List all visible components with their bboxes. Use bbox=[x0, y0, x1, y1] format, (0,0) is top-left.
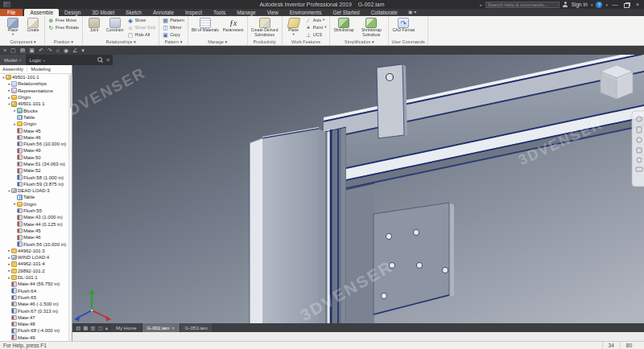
doc-tab-my-home[interactable]: My Home bbox=[111, 323, 142, 332]
ribbon-tab-manage[interactable]: Manage bbox=[231, 9, 262, 16]
tree-item[interactable]: Mate:51 (34.063 in) bbox=[0, 161, 68, 167]
viewport-3d[interactable]: 3DVENSER 3DVENSER 3DVENSER bbox=[72, 55, 644, 332]
ribbon-display-options[interactable]: ▣ ▾ bbox=[408, 9, 416, 16]
tree-item[interactable]: Mate:50 bbox=[0, 154, 68, 161]
ribbon-tab-annotate[interactable]: Annotate bbox=[147, 9, 180, 16]
save-icon[interactable]: ▣ bbox=[29, 47, 35, 53]
tree-item[interactable]: Mate:46 bbox=[0, 234, 68, 240]
tree-item[interactable]: Mate:44 (0.125 in) bbox=[0, 221, 68, 228]
parameters-button[interactable]: Parameters bbox=[222, 17, 245, 39]
split-window-icon[interactable]: ◫ bbox=[97, 325, 102, 331]
tree-item[interactable]: ▸Origin bbox=[0, 94, 68, 101]
tree-item[interactable]: Mate:44 (56.750 in) bbox=[0, 281, 68, 287]
close-button[interactable]: × bbox=[634, 1, 642, 9]
search-icon[interactable] bbox=[97, 57, 103, 63]
app-menu-icon[interactable]: ≡ bbox=[3, 47, 6, 53]
tree-item[interactable]: Mate:45 bbox=[0, 228, 68, 234]
tree-item[interactable]: ▸Blocks bbox=[0, 107, 68, 113]
help-caret[interactable]: ▾ bbox=[605, 2, 608, 7]
minimize-button[interactable]: — bbox=[611, 1, 619, 9]
tree-item[interactable]: ▸DL-101:1 bbox=[0, 274, 68, 281]
sign-in-caret[interactable]: ▾ bbox=[591, 2, 593, 7]
tree-item[interactable]: Mate:49 bbox=[0, 335, 68, 341]
help-search-input[interactable] bbox=[485, 2, 559, 8]
tree-item[interactable]: Mate:45 bbox=[0, 127, 68, 133]
sign-in-button[interactable]: Sign In bbox=[572, 2, 588, 7]
ribbon-tab-design[interactable]: Design bbox=[59, 9, 86, 16]
tree-item[interactable]: ▸WIND LOAD:4 bbox=[0, 254, 68, 261]
tree-item[interactable]: Flush:58 (1.000 in) bbox=[0, 174, 68, 180]
appearance-icon[interactable]: ◉ bbox=[64, 47, 68, 53]
show-button[interactable]: Show bbox=[126, 17, 156, 24]
plane-button[interactable]: Plane▾ bbox=[285, 17, 303, 39]
view-cube[interactable] bbox=[601, 65, 633, 99]
add-tab-icon[interactable]: + bbox=[43, 58, 45, 63]
collapse-icon[interactable]: ▴ bbox=[105, 325, 108, 331]
cascade-windows-icon[interactable]: ▧ bbox=[76, 325, 80, 331]
tree-item[interactable]: ▸44962-101:3 bbox=[0, 248, 68, 254]
free-move-button[interactable]: Free Move bbox=[47, 17, 80, 24]
constrain-button[interactable]: Constrain bbox=[105, 17, 124, 39]
browser-menu-icon[interactable]: ≡ bbox=[106, 57, 109, 63]
browser-tab-logic[interactable]: Logic+ bbox=[26, 55, 50, 65]
tree-item[interactable]: Flush:55 bbox=[0, 207, 68, 214]
tree-item[interactable]: ▾49501-101:1 bbox=[0, 74, 68, 80]
tree-item[interactable]: Mate:48 bbox=[0, 321, 68, 327]
app-icon[interactable] bbox=[3, 2, 10, 7]
redo-icon[interactable]: ↷ bbox=[47, 47, 52, 53]
tree-item[interactable]: Flush:56 (10.000 in) bbox=[0, 141, 68, 147]
tree-item[interactable]: Flush:59 (3.875 in) bbox=[0, 181, 68, 187]
tree-item[interactable]: ▾DEAD LOAD:3 bbox=[0, 187, 68, 194]
close-icon[interactable]: × bbox=[172, 326, 175, 331]
ucs-button[interactable]: UCS bbox=[305, 31, 328, 39]
ribbon-tab-assemble[interactable]: Assemble bbox=[24, 9, 59, 16]
browser-tab-model[interactable]: Model× bbox=[0, 55, 26, 65]
ribbon-tab-3d-model[interactable]: 3D Model bbox=[86, 9, 120, 16]
new-file-icon[interactable]: ▢ bbox=[10, 47, 16, 53]
home-view-icon[interactable]: ⌂ bbox=[56, 47, 60, 53]
search-scope-caret[interactable]: ▸ bbox=[480, 2, 482, 7]
group-label[interactable]: Component ▾ bbox=[4, 39, 42, 45]
place-button[interactable]: Place▾ bbox=[4, 17, 22, 39]
ribbon-tab-inspect[interactable]: Inspect bbox=[180, 9, 208, 16]
tree-item[interactable]: Mate:49 bbox=[0, 147, 68, 154]
hide-all-button[interactable]: Hide All bbox=[126, 31, 156, 39]
help-icon[interactable]: ? bbox=[596, 2, 602, 8]
shrinkwrap-substitute-button[interactable]: Shrinkwrap Substitute bbox=[357, 17, 386, 39]
tree-item[interactable]: Mate:47 bbox=[0, 314, 68, 321]
create-button[interactable]: Create bbox=[24, 17, 42, 39]
measure-icon[interactable]: ∠ bbox=[72, 47, 77, 53]
tree-item[interactable]: ▸Representations bbox=[0, 88, 68, 94]
group-label[interactable]: Simplification ▾ bbox=[332, 39, 386, 45]
shrinkwrap-button[interactable]: Shrinkwrap bbox=[332, 17, 354, 39]
mirror-button[interactable]: Mirror bbox=[162, 24, 185, 31]
viewport-canvas[interactable]: 3DVENSER 3DVENSER 3DVENSER bbox=[72, 55, 644, 332]
ribbon-tab-environments[interactable]: Environments bbox=[284, 9, 328, 16]
filter-assembly[interactable]: Assembly bbox=[2, 67, 23, 72]
undo-icon[interactable]: ↶ bbox=[39, 47, 43, 53]
tree-item[interactable]: Mate:52 bbox=[0, 167, 68, 174]
group-label[interactable]: Productivity bbox=[250, 39, 279, 45]
ribbon-tab-sketch[interactable]: Sketch bbox=[120, 9, 147, 16]
group-label[interactable]: User Commands bbox=[391, 39, 424, 45]
arrange-windows-icon[interactable]: ▥ bbox=[90, 325, 95, 331]
joint-button[interactable]: Joint bbox=[85, 17, 103, 39]
copy-button[interactable]: Copy bbox=[162, 31, 185, 39]
ribbon-tab-tools[interactable]: Tools bbox=[208, 9, 231, 16]
group-label[interactable]: Pattern ▾ bbox=[162, 39, 185, 45]
restore-button[interactable] bbox=[622, 1, 630, 9]
close-icon[interactable]: × bbox=[19, 58, 21, 63]
tree-item[interactable]: ▾49501-101:1 bbox=[0, 101, 68, 107]
bill-of-materials-button[interactable]: Bill of Materials bbox=[191, 17, 220, 39]
tree-item[interactable]: ▸44962-101:4 bbox=[0, 261, 68, 267]
navigation-bar[interactable] bbox=[632, 111, 644, 187]
group-label[interactable]: Relationships ▾ bbox=[85, 39, 156, 45]
tree-item[interactable]: ▸Origin bbox=[0, 121, 68, 127]
cad-format-button[interactable]: CAD Format bbox=[391, 17, 415, 39]
tree-item[interactable]: Flush:56 (10.000 in) bbox=[0, 240, 68, 247]
pattern-button[interactable]: Pattern bbox=[162, 17, 185, 24]
tree-item[interactable]: Mate:46 bbox=[0, 134, 68, 141]
point-button[interactable]: Point▾ bbox=[305, 24, 328, 31]
tree-item[interactable]: Table bbox=[0, 194, 68, 200]
ribbon-tab-get-started[interactable]: Get Started bbox=[327, 9, 365, 16]
